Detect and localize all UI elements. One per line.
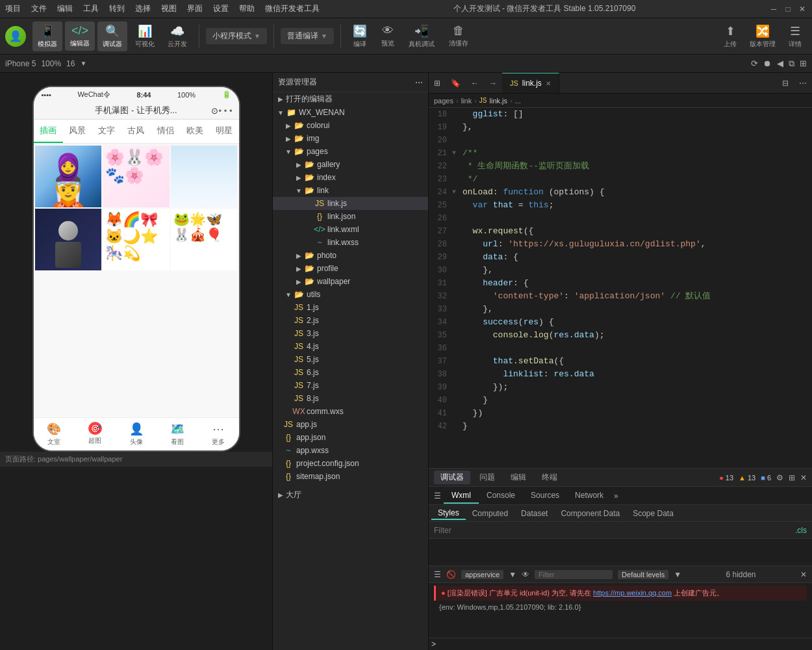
8js-file[interactable]: JS 8.js [273,392,428,405]
rotate-icon[interactable]: ⟳ [751,58,758,68]
menu-item-settings[interactable]: 设置 [213,3,229,14]
panel-layout-icon[interactable]: ⊞ [429,79,446,88]
utils-folder[interactable]: ▼ 📂 utils [273,288,428,301]
more-subtabs-icon[interactable]: » [611,491,621,500]
menu-item-tool[interactable]: 工具 [83,3,99,14]
menu-item-goto[interactable]: 转到 [109,3,125,14]
photo-folder[interactable]: ▶ 📂 photo [273,249,428,262]
5js-file[interactable]: JS 5.js [273,353,428,366]
6js-file[interactable]: JS 6.js [273,366,428,379]
subtab-console[interactable]: Console [479,488,523,504]
phone-bottom-browse[interactable]: 🗺️ 看图 [157,418,197,450]
console-clear-icon[interactable]: 🚫 [446,570,456,579]
real-debug-button[interactable]: 📲 真机调试 [403,21,440,51]
console-eye-icon[interactable]: 👁 [522,570,529,579]
maximize-button[interactable]: □ [783,5,793,14]
back-icon[interactable]: ◀ [777,58,783,68]
devtools-tab-debugger[interactable]: 调试器 [434,471,470,484]
image-cell-2[interactable]: 🌸🐰🌸🐾🌸 [103,146,170,207]
forward-nav-icon[interactable]: → [484,79,502,88]
minimize-button[interactable]: ─ [769,5,778,14]
1js-file[interactable]: JS 1.js [273,301,428,314]
more-section[interactable]: ▶ 大厅 [273,488,428,502]
record-icon[interactable]: ⏺ [763,58,772,68]
app-wxss-file[interactable]: ~ app.wxss [273,444,428,457]
subtab-wxml[interactable]: Wxml [444,488,479,504]
visualize-button[interactable]: 📊 可视化 [130,21,160,51]
upload-button[interactable]: ⬆ 上传 [718,21,742,51]
link-json-file[interactable]: {} link.json [273,210,428,223]
link-wxml-file[interactable]: </> link.wxml [273,223,428,236]
console-service-arrow[interactable]: ▼ [509,570,516,579]
back-nav-icon[interactable]: ← [466,79,484,88]
layout-icon[interactable]: ⊞ [789,473,795,482]
devtools-tab-terminal[interactable]: 终端 [535,471,564,484]
style-tab-styles[interactable]: Styles [431,507,466,520]
img-folder[interactable]: ▶ 📂 img [273,132,428,145]
phone-bottom-superimage[interactable]: 🎯 超图 [75,418,116,450]
close-devtools-icon[interactable]: ✕ [800,473,807,482]
expand-icon[interactable]: ⊞ [800,58,807,68]
app-js-file[interactable]: JS app.js [273,418,428,431]
cls-button[interactable]: .cls [795,526,807,535]
3js-file[interactable]: JS 3.js [273,327,428,340]
compile-dropdown[interactable]: 普通编译 ▼ [281,28,334,44]
phone-nav-item-illustration[interactable]: 插画 [34,120,63,143]
levels-arrow[interactable]: ▼ [674,570,681,579]
code-editor[interactable]: 18 gglist: [] 19 }, 20 21 ▼ /** 22 * 生命周… [429,108,812,468]
pages-folder[interactable]: ▼ 📂 pages [273,145,428,158]
cloud-button[interactable]: ☁️ 云开发 [162,21,192,51]
bookmark-icon[interactable]: 🔖 [446,79,466,88]
link-wxss-file[interactable]: ~ link.wxss [273,236,428,249]
phone-nav-item-scenery[interactable]: 风景 [63,120,92,143]
settings-icon[interactable]: ⚙ [776,473,783,482]
2js-file[interactable]: JS 2.js [273,314,428,327]
menu-item-select[interactable]: 选择 [135,3,151,14]
mode-dropdown[interactable]: 小程序模式 ▼ [206,28,267,44]
menu-item-view[interactable]: 视图 [161,3,177,14]
comm-wxs-file[interactable]: WX comm.wxs [273,405,428,418]
style-tab-scope[interactable]: Scope Data [626,508,680,519]
phone-nav-item-star[interactable]: 明星 [209,120,238,143]
sitemap-file[interactable]: {} sitemap.json [273,470,428,483]
devtools-tab-problems[interactable]: 问题 [473,471,501,484]
menu-item-wechat[interactable]: 微信开发者工具 [265,3,320,14]
image-cell-4[interactable] [35,209,102,270]
link-folder[interactable]: ▼ 📂 link [273,184,428,197]
menu-item-file[interactable]: 文件 [31,3,47,14]
menu-item-ui[interactable]: 界面 [187,3,203,14]
filter-input[interactable] [434,526,795,535]
style-tab-component[interactable]: Component Data [554,508,626,519]
split-editor-icon[interactable]: ⊟ [777,79,794,88]
devtools-tab-edit[interactable]: 编辑 [504,471,533,484]
copy-icon[interactable]: ⧉ [789,58,794,69]
subtab-sources[interactable]: Sources [523,488,567,504]
project-config-file[interactable]: {} project.config.json [273,457,428,470]
phone-nav-item-couple[interactable]: 情侣 [151,120,180,143]
detail-button[interactable]: ☰ 详情 [783,21,807,51]
link-js-file[interactable]: JS link.js [273,197,428,210]
console-collapse-icon[interactable]: ☰ [434,570,441,579]
phone-bottom-more[interactable]: ⋯ 更多 [197,418,238,450]
preview-button[interactable]: 👁 预览 [376,21,400,51]
image-cell-6[interactable]: 🐸🌟🦋🐰🎪🎈 [171,209,238,270]
app-json-file[interactable]: {} app.json [273,431,428,444]
4js-file[interactable]: JS 4.js [273,340,428,353]
error-link[interactable]: https://mp.weixin.qq.com [593,589,672,597]
menu-item-edit[interactable]: 编辑 [57,3,73,14]
console-filter-input[interactable] [535,570,613,579]
editor-button[interactable]: </> 编辑器 [65,21,95,51]
style-tab-dataset[interactable]: Dataset [514,508,554,519]
wallpaper-folder[interactable]: ▶ 📂 wallpaper [273,275,428,288]
colorui-folder[interactable]: ▶ 📂 colorui [273,119,428,132]
7js-file[interactable]: JS 7.js [273,379,428,392]
compile-button[interactable]: 🔄 编译 [348,21,372,51]
subtab-icon[interactable]: ☰ [431,491,444,500]
wx-wenan-section[interactable]: ▼ 📁 WX_WENAN [273,106,428,119]
tab-link-js[interactable]: JS link.js ✕ [502,73,559,93]
menu-item-project[interactable]: 项目 [5,3,21,14]
image-cell-1[interactable]: 🧝 [35,146,102,207]
subtab-network[interactable]: Network [567,488,611,504]
tab-close-icon[interactable]: ✕ [546,80,551,87]
menu-item-help[interactable]: 帮助 [239,3,255,14]
